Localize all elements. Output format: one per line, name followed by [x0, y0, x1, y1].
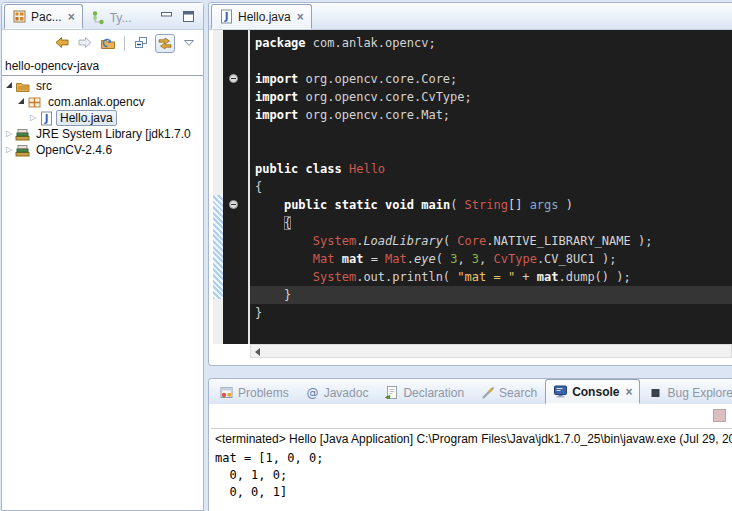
console-tabbar: Problems@JavadocDeclarationSearchConsole…	[209, 379, 732, 404]
range-indicator	[213, 195, 223, 299]
code-line[interactable]: System.LoadLibrary( Core.NATIVE_LIBRARY_…	[250, 232, 732, 250]
library-icon	[15, 127, 30, 142]
collapsed-arrow-icon[interactable]: ▷	[28, 114, 38, 122]
package-explorer-view: Pac... × Ty... hello-opencv-java srccom.…	[1, 2, 204, 511]
forward-icon[interactable]	[76, 35, 94, 52]
code-line[interactable]: {	[250, 214, 732, 232]
console-content: <terminated> Hello [Java Application] C:…	[211, 428, 732, 511]
code-line[interactable]: Mat mat = Mat.eye( 3, 3, CvType.CV_8UC1 …	[250, 250, 732, 268]
maximize-icon[interactable]	[182, 9, 195, 22]
package-icon	[27, 95, 42, 110]
code-line[interactable]: import org.opencv.core.CvType;	[250, 88, 732, 106]
javadoc-icon: @	[305, 385, 320, 400]
console-status-line: <terminated> Hello [Java Application] C:…	[215, 432, 732, 450]
back-icon[interactable]	[53, 35, 71, 52]
tab-label: Console	[572, 385, 619, 399]
code-line[interactable]: }	[250, 304, 732, 322]
code-line[interactable]: System.out.println( "mat = " + mat.dump(…	[250, 268, 732, 286]
tab-javadoc[interactable]: @Javadoc	[297, 381, 377, 404]
tab-problems[interactable]: Problems	[211, 381, 297, 404]
link-with-editor-icon[interactable]	[155, 34, 175, 53]
collapsed-arrow-icon[interactable]: ▷	[4, 146, 14, 154]
tree-item-label: Hello.java	[56, 110, 117, 126]
tab-label: Search	[499, 386, 537, 400]
tab-search[interactable]: Search	[472, 381, 545, 404]
remove-launch-icon[interactable]	[713, 409, 726, 422]
editor-tabbar: J Hello.java ×	[209, 3, 732, 30]
tab-declaration[interactable]: Declaration	[376, 381, 472, 404]
tab-label: Ty...	[110, 11, 132, 25]
console-output-line: 0, 1, 0;	[215, 467, 732, 484]
console-view: Problems@JavadocDeclarationSearchConsole…	[208, 378, 732, 511]
code-line[interactable]: {	[250, 178, 732, 196]
tree-item-label: src	[32, 78, 56, 94]
search-icon	[480, 385, 495, 400]
code-line[interactable]: }	[250, 286, 732, 304]
close-icon[interactable]: ×	[68, 10, 75, 24]
tree-item-jre-system-library-jdk1-7-0[interactable]: ▷JRE System Library [jdk1.7.0	[2, 126, 203, 142]
annotation-ruler[interactable]	[213, 30, 223, 344]
console-icon	[553, 384, 568, 399]
fold-collapse-icon[interactable]	[229, 74, 238, 83]
close-icon[interactable]: ×	[625, 385, 632, 399]
svg-text:@: @	[306, 386, 318, 400]
declaration-icon	[384, 385, 399, 400]
expanded-arrow-icon[interactable]	[16, 100, 26, 104]
tab-bug-explorer[interactable]: Bug Explorer	[640, 381, 732, 404]
tree-item-src[interactable]: src	[2, 78, 203, 94]
close-icon[interactable]: ×	[297, 10, 304, 24]
console-output-line: mat = [1, 0, 0;	[215, 450, 732, 467]
code-line[interactable]: import org.opencv.core.Core;	[250, 70, 732, 88]
left-view-tabbar: Pac... × Ty...	[2, 3, 203, 30]
expanded-arrow-icon[interactable]	[4, 84, 14, 88]
code-line[interactable]: package com.anlak.opencv;	[250, 34, 732, 52]
tab-console[interactable]: Console×	[545, 379, 640, 404]
tree-item-label: com.anlak.opencv	[44, 94, 149, 110]
tab-type-hierarchy[interactable]: Ty...	[83, 6, 140, 29]
tab-label: Declaration	[403, 386, 464, 400]
package-explorer-icon	[12, 9, 27, 24]
code-line[interactable]	[250, 124, 732, 142]
tab-label: Problems	[238, 386, 289, 400]
library-icon	[15, 143, 30, 158]
code-line[interactable]: public class Hello	[250, 160, 732, 178]
code-line[interactable]	[250, 142, 732, 160]
collapsed-arrow-icon[interactable]: ▷	[4, 130, 14, 138]
code-area[interactable]: package com.anlak.opencv;import org.open…	[250, 30, 732, 344]
console-output-line: 0, 0, 1]	[215, 484, 732, 501]
tree-item-label: JRE System Library [jdk1.7.0	[32, 126, 195, 142]
tree-item-com-anlak-opencv[interactable]: com.anlak.opencv	[2, 94, 203, 110]
scroll-left-arrow-icon[interactable]	[255, 348, 260, 356]
tab-label: Hello.java	[238, 10, 291, 24]
fold-collapse-icon[interactable]	[229, 200, 238, 209]
editor-window: J Hello.java × package com.anlak.opencv;…	[208, 2, 732, 366]
code-line[interactable]: public static void main( String[] args )	[250, 196, 732, 214]
collapse-all-icon[interactable]	[132, 35, 150, 52]
project-tree: hello-opencv-java srccom.anlak.opencv▷JH…	[2, 56, 203, 158]
tree-item-label: OpenCV-2.4.6	[32, 142, 116, 158]
horizontal-scrollbar[interactable]	[250, 344, 732, 358]
svg-text:J: J	[224, 11, 229, 22]
svg-text:J: J	[44, 113, 49, 124]
tab-label: Javadoc	[324, 386, 369, 400]
view-menu-icon[interactable]	[180, 35, 198, 52]
code-line[interactable]: import org.opencv.core.Mat;	[250, 106, 732, 124]
bug-icon	[648, 385, 663, 400]
console-toolbar	[209, 404, 732, 427]
eclipse-workbench: { "left_panel": { "tabs": [ {"label": "P…	[0, 0, 732, 511]
java-file-icon: J	[219, 9, 234, 24]
tree-item-project-root[interactable]: hello-opencv-java	[2, 56, 203, 76]
tab-package-explorer[interactable]: Pac... ×	[4, 4, 83, 29]
folding-gutter[interactable]	[223, 30, 248, 344]
editor-body: package com.anlak.opencv;import org.open…	[213, 30, 732, 344]
tab-label: Pac...	[31, 10, 62, 24]
minimize-icon[interactable]	[160, 9, 173, 22]
package-folder-icon	[15, 79, 30, 94]
tab-hello-java-editor[interactable]: J Hello.java ×	[211, 4, 312, 29]
problems-icon	[219, 385, 234, 400]
console-output: mat = [1, 0, 0; 0, 1, 0; 0, 0, 1]	[215, 450, 732, 501]
go-up-icon[interactable]	[99, 35, 117, 52]
tree-item-opencv-2-4-6[interactable]: ▷OpenCV-2.4.6	[2, 142, 203, 158]
tree-item-hello-java[interactable]: ▷JHello.java	[2, 110, 203, 126]
code-line[interactable]	[250, 52, 732, 70]
